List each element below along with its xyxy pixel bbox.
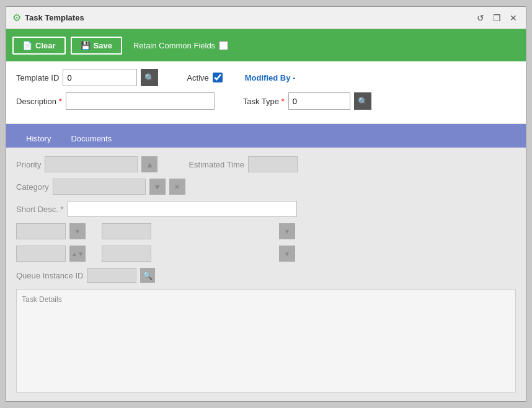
title-bar: ⚙ Task Templates ↺ ❐ ✕ xyxy=(6,7,526,29)
extra-row-2: ▲▼ ▼ xyxy=(16,246,516,262)
clear-doc-icon: 📄 xyxy=(22,41,32,50)
save-label: Save xyxy=(94,41,112,50)
task-type-group: Task Type 🔍 xyxy=(243,92,371,110)
estimated-time-group: Estimated Time xyxy=(188,156,298,172)
form-area: Template ID 🔍 Active Modified By - Descr… xyxy=(6,61,526,124)
template-id-group: Template ID 🔍 xyxy=(16,69,158,86)
category-clear-button[interactable]: ✕ xyxy=(169,179,185,195)
queue-instance-row: Queue Instance ID 🔍 xyxy=(16,268,516,283)
window-title: Task Templates xyxy=(25,13,84,22)
template-id-input[interactable] xyxy=(63,69,137,86)
extra-btn-1a[interactable]: ▼ xyxy=(69,223,86,239)
clear-button[interactable]: 📄 Clear xyxy=(12,37,66,55)
category-label: Category xyxy=(16,182,49,192)
tab-documents-label: Documents xyxy=(71,134,112,143)
queue-instance-input[interactable] xyxy=(87,268,136,283)
save-button[interactable]: 💾 Save xyxy=(71,37,122,55)
x-icon: ✕ xyxy=(174,182,180,192)
extra-btn-2b[interactable]: ▼ xyxy=(279,246,295,262)
tab-history-label: History xyxy=(26,134,51,143)
retain-label-text: Retain Common Fields xyxy=(133,41,215,50)
short-desc-group: Short Desc. * xyxy=(16,201,297,217)
title-bar-left: ⚙ Task Templates xyxy=(12,12,84,24)
retain-common-fields-checkbox[interactable] xyxy=(219,41,228,50)
extra-input-2a[interactable] xyxy=(16,246,66,262)
task-type-search-icon: 🔍 xyxy=(358,97,368,106)
save-disk-icon: 💾 xyxy=(81,41,91,50)
queue-instance-group: Queue Instance ID 🔍 xyxy=(16,268,155,283)
task-type-search-button[interactable]: 🔍 xyxy=(354,92,371,110)
extra-btn-1b[interactable]: ▼ xyxy=(279,223,295,239)
category-down-button[interactable]: ▼ xyxy=(149,179,166,195)
task-details-area[interactable]: Task Details xyxy=(16,289,516,392)
task-type-input[interactable] xyxy=(288,92,350,110)
modified-by-label: Modified By - xyxy=(245,73,296,82)
queue-instance-search-button[interactable]: 🔍 xyxy=(140,268,155,283)
priority-group: Priority ▲ xyxy=(16,156,157,172)
priority-label: Priority xyxy=(16,160,41,169)
extra-group-1: ▼ ▼ xyxy=(16,223,295,239)
tab-documents[interactable]: Documents xyxy=(61,130,122,148)
active-group: Active xyxy=(187,73,222,82)
priority-row: Priority ▲ Estimated Time xyxy=(16,156,516,172)
category-row: Category ▼ ✕ xyxy=(16,179,516,195)
active-label: Active xyxy=(187,73,208,82)
up-icon: ▲ xyxy=(146,160,154,169)
search-icon: 🔍 xyxy=(144,73,154,82)
extra-input-1b[interactable] xyxy=(102,223,151,239)
retain-common-fields-label: Retain Common Fields xyxy=(133,41,228,50)
queue-instance-label: Queue Instance ID xyxy=(16,271,83,280)
form-row-2: Description Task Type 🔍 xyxy=(16,92,516,110)
main-window: ⚙ Task Templates ↺ ❐ ✕ 📄 Clear 💾 Save Re… xyxy=(6,6,526,402)
tab-history[interactable]: History xyxy=(16,130,61,148)
extra-row-1: ▼ ▼ xyxy=(16,223,516,239)
gear-icon: ⚙ xyxy=(12,12,21,24)
tab-bar: History Documents xyxy=(6,124,526,148)
toolbar: 📄 Clear 💾 Save Retain Common Fields xyxy=(6,29,526,61)
category-group: Category ▼ ✕ xyxy=(16,179,185,195)
title-bar-right: ↺ ❐ ✕ xyxy=(474,12,520,24)
down-icon: ▼ xyxy=(153,182,161,192)
form-row-1: Template ID 🔍 Active Modified By - xyxy=(16,69,516,86)
template-id-label: Template ID xyxy=(16,73,59,82)
content-area: Priority ▲ Estimated Time Category ▼ ✕ xyxy=(6,148,526,401)
task-details-label: Task Details xyxy=(22,295,62,304)
template-id-search-button[interactable]: 🔍 xyxy=(141,69,158,86)
extra-input-2b[interactable] xyxy=(102,246,151,262)
queue-search-icon: 🔍 xyxy=(143,271,153,280)
extra-input-1a[interactable] xyxy=(16,223,66,239)
clear-label: Clear xyxy=(35,41,56,50)
task-type-label: Task Type xyxy=(243,97,285,106)
refresh-button[interactable]: ↺ xyxy=(474,12,487,24)
estimated-time-input[interactable] xyxy=(248,156,298,172)
description-group: Description xyxy=(16,92,215,110)
short-desc-row: Short Desc. * xyxy=(16,201,516,217)
category-input[interactable] xyxy=(53,179,146,195)
short-desc-label: Short Desc. * xyxy=(16,205,64,214)
restore-button[interactable]: ❐ xyxy=(490,12,503,24)
extra-group-2: ▲▼ ▼ xyxy=(16,246,295,262)
priority-up-button[interactable]: ▲ xyxy=(141,156,157,172)
extra-btn-2a[interactable]: ▲▼ xyxy=(69,246,86,262)
description-input[interactable] xyxy=(66,92,215,110)
description-label: Description xyxy=(16,97,62,106)
close-button[interactable]: ✕ xyxy=(507,12,520,24)
short-desc-input[interactable] xyxy=(68,201,297,217)
priority-input[interactable] xyxy=(45,156,138,172)
estimated-time-label: Estimated Time xyxy=(188,160,244,169)
active-checkbox[interactable] xyxy=(213,73,223,82)
